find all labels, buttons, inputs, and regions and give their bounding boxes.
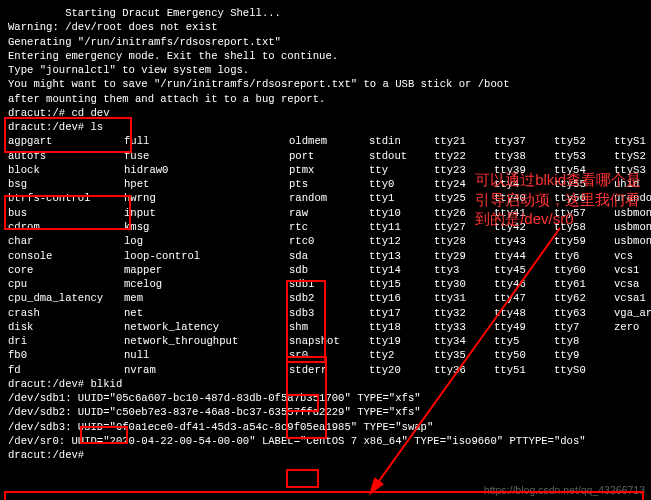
ls-cell: tty22 (434, 149, 494, 163)
ls-cell: tty9 (554, 348, 614, 362)
ls-cell: stdin (369, 134, 434, 148)
ls-cell: tty17 (369, 306, 434, 320)
ls-cell: vcs1 (614, 263, 651, 277)
ls-row: cpumcelogsdb1tty15tty30tty46tty61vcsa (8, 277, 643, 291)
bugreport-line: after mounting them and attach it to a b… (8, 92, 643, 106)
ls-cell: snapshot (289, 334, 369, 348)
prompt-cd-dev: dracut:/# cd dev (8, 106, 643, 120)
ls-cell: hwrng (124, 191, 289, 205)
highlight-sda-sdb (286, 356, 327, 439)
watermark: https://blog.csdn.net/qq_43266713 (484, 483, 645, 497)
ls-cell (614, 363, 651, 377)
ls-cell: tty45 (494, 263, 554, 277)
highlight-sr0 (286, 469, 319, 488)
ls-cell: ttyS0 (554, 363, 614, 377)
ls-cell: hidraw0 (124, 163, 289, 177)
ls-cell (614, 348, 651, 362)
ls-cell: null (124, 348, 289, 362)
prompt-ls: dracut:/dev# ls (8, 120, 643, 134)
ls-cell: shm (289, 320, 369, 334)
ls-cell: tty6 (554, 249, 614, 263)
ls-cell: fuse (124, 149, 289, 163)
ls-cell: tty51 (494, 363, 554, 377)
ls-cell: tty19 (369, 334, 434, 348)
ls-cell: network_throughput (124, 334, 289, 348)
ls-cell: ptmx (289, 163, 369, 177)
ls-cell: tty52 (554, 134, 614, 148)
ls-cell: tty3 (434, 263, 494, 277)
ls-cell: kmsg (124, 220, 289, 234)
ls-cell: oldmem (289, 134, 369, 148)
ls-cell: tty7 (554, 320, 614, 334)
generating-line: Generating "/run/initramfs/rdsosreport.t… (8, 35, 643, 49)
emergency-line: Entering emergency mode. Exit the shell … (8, 49, 643, 63)
ls-cell: network_latency (124, 320, 289, 334)
ls-cell: block (8, 163, 124, 177)
warning-line: Warning: /dev/root does not exist (8, 20, 643, 34)
journalctl-line: Type "journalctl" to view system logs. (8, 63, 643, 77)
ls-row: autofsfuseportstdouttty22tty38tty53ttyS2 (8, 149, 643, 163)
ls-cell: tty11 (369, 220, 434, 234)
ls-cell: tty63 (554, 306, 614, 320)
ls-cell: tty48 (494, 306, 554, 320)
ls-cell: nvram (124, 363, 289, 377)
ls-cell: net (124, 306, 289, 320)
ls-cell: tty14 (369, 263, 434, 277)
ls-row: cpu_dma_latencymemsdb2tty16tty31tty47tty… (8, 291, 643, 305)
prompt-final: dracut:/dev# (8, 448, 643, 462)
ls-cell: tty38 (494, 149, 554, 163)
ls-cell: tty13 (369, 249, 434, 263)
boot-line: Starting Dracut Emergency Shell... (8, 6, 643, 20)
ls-cell: tty28 (434, 234, 494, 248)
ls-cell: sda (289, 249, 369, 263)
ls-cell: vga_arbiter (614, 306, 651, 320)
ls-cell: agpgart (8, 134, 124, 148)
ls-cell: tty36 (434, 363, 494, 377)
ls-cell: port (289, 149, 369, 163)
ls-cell: tty1 (369, 191, 434, 205)
ls-cell: tty43 (494, 234, 554, 248)
ls-cell: sdb2 (289, 291, 369, 305)
ls-row: consoleloop-controlsdatty13tty29tty44tty… (8, 249, 643, 263)
ls-cell: tty18 (369, 320, 434, 334)
ls-cell: tty29 (434, 249, 494, 263)
ls-cell: random (289, 191, 369, 205)
anno-l2: 引导启动项，这里我们看 (475, 191, 640, 208)
anno-l3: 到的是/dev/sr0 (475, 210, 573, 227)
ls-cell: tty37 (494, 134, 554, 148)
ls-cell: tty2 (369, 348, 434, 362)
ls-cell: usbmon2 (614, 234, 651, 248)
ls-cell: tty10 (369, 206, 434, 220)
ls-row: disknetwork_latencyshmtty18tty33tty49tty… (8, 320, 643, 334)
ls-cell: log (124, 234, 289, 248)
ls-cell: tty16 (369, 291, 434, 305)
ls-cell: tty12 (369, 234, 434, 248)
ls-cell: core (8, 263, 124, 277)
ls-cell: vcsa (614, 277, 651, 291)
ls-cell: tty20 (369, 363, 434, 377)
terminal-screen[interactable]: Starting Dracut Emergency Shell... Warni… (0, 0, 651, 500)
ls-cell: tty47 (494, 291, 554, 305)
ls-cell: fb0 (8, 348, 124, 362)
ls-cell: mcelog (124, 277, 289, 291)
ls-cell: tty53 (554, 149, 614, 163)
ls-cell: cpu (8, 277, 124, 291)
ls-cell: pts (289, 177, 369, 191)
ls-cell: tty62 (554, 291, 614, 305)
ls-cell: sdb (289, 263, 369, 277)
ls-cell: tty60 (554, 263, 614, 277)
ls-row: agpgartfulloldmemstdintty21tty37tty52tty… (8, 134, 643, 148)
ls-cell: loop-control (124, 249, 289, 263)
ls-cell: ttyS1 (614, 134, 651, 148)
highlight-prompts (4, 195, 131, 230)
anno-l1: 可以通过blkid查看哪个是 (475, 171, 641, 188)
ls-cell: tty49 (494, 320, 554, 334)
ls-cell: tty46 (494, 277, 554, 291)
ls-cell: tty59 (554, 234, 614, 248)
ls-cell: ttyS2 (614, 149, 651, 163)
ls-cell: full (124, 134, 289, 148)
ls-cell: sdb3 (289, 306, 369, 320)
ls-cell: tty33 (434, 320, 494, 334)
ls-row: coremappersdbtty14tty3tty45tty60vcs1 (8, 263, 643, 277)
ls-cell: raw (289, 206, 369, 220)
